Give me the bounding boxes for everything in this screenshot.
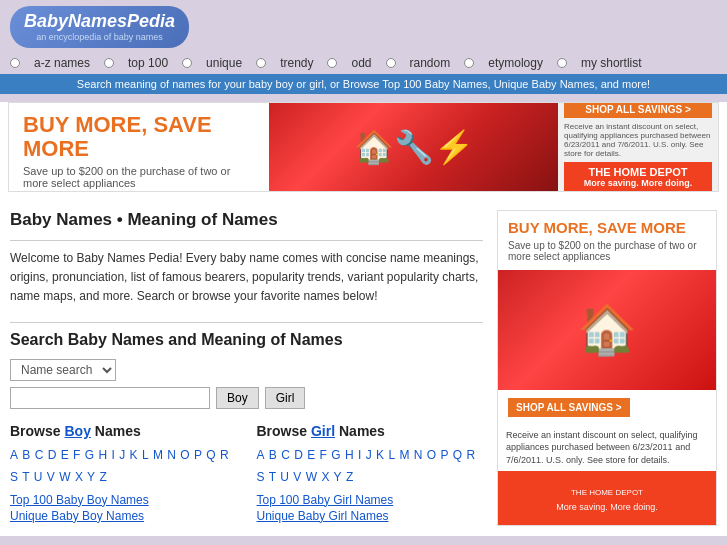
girl-alpha-L[interactable]: L [388, 448, 395, 462]
girl-alpha-T[interactable]: T [269, 470, 276, 484]
girl-alpha-A[interactable]: A [257, 448, 265, 462]
girl-alpha-B[interactable]: B [269, 448, 277, 462]
divider-2 [10, 322, 483, 323]
girl-alpha-V[interactable]: V [293, 470, 301, 484]
ad-right-shop-button[interactable]: SHOP ALL SAVINGS > [508, 398, 630, 417]
boy-alpha-Q[interactable]: Q [206, 448, 215, 462]
nav-item-top100[interactable]: top 100 [128, 56, 168, 70]
girl-alpha-I[interactable]: I [358, 448, 361, 462]
boy-alpha-V[interactable]: V [47, 470, 55, 484]
logo-subtitle: an encyclopedia of baby names [24, 32, 175, 42]
boy-alpha-N[interactable]: N [167, 448, 176, 462]
girl-alphabet-row: A B C D E F G H I J K L M N O P Q R S T … [257, 445, 484, 488]
girl-alpha-R[interactable]: R [467, 448, 476, 462]
ad-homedepot-logo: THE HOME DEPOT More saving. More doing. [564, 162, 712, 192]
browse-girl-link-heading[interactable]: Girl [311, 423, 335, 439]
nav-radio-az [10, 58, 20, 68]
boy-button[interactable]: Boy [216, 387, 259, 409]
search-type-select[interactable]: Name search [10, 359, 116, 381]
boy-alpha-K[interactable]: K [130, 448, 138, 462]
girl-alpha-N[interactable]: N [414, 448, 423, 462]
nav-item-random[interactable]: random [410, 56, 451, 70]
girl-alpha-P[interactable]: P [440, 448, 448, 462]
girl-alpha-Q[interactable]: Q [453, 448, 462, 462]
logo-title: BabyNamesPedia [24, 12, 175, 32]
girl-alpha-G[interactable]: G [331, 448, 340, 462]
girl-alpha-D[interactable]: D [294, 448, 303, 462]
browse-section: Browse Boy Names A B C D E F G H I J K L… [10, 423, 483, 524]
boy-alpha-H[interactable]: H [98, 448, 107, 462]
nav-radio-random [386, 58, 396, 68]
nav-item-az[interactable]: a-z names [34, 56, 90, 70]
girl-alpha-F[interactable]: F [320, 448, 327, 462]
girl-button[interactable]: Girl [265, 387, 306, 409]
ad-top-right: SHOP ALL SAVINGS > Receive an instant di… [558, 103, 718, 191]
boy-alpha-S[interactable]: S [10, 470, 18, 484]
boy-alpha-I[interactable]: I [112, 448, 115, 462]
boy-alpha-O[interactable]: O [180, 448, 189, 462]
boy-alpha-P[interactable]: P [194, 448, 202, 462]
girl-alpha-E[interactable]: E [307, 448, 315, 462]
girl-alpha-Z[interactable]: Z [346, 470, 353, 484]
ad-shop-button[interactable]: SHOP ALL SAVINGS > [564, 102, 712, 119]
divider-1 [10, 240, 483, 241]
girl-alpha-M[interactable]: M [399, 448, 409, 462]
boy-alpha-Z[interactable]: Z [99, 470, 106, 484]
girl-alpha-K[interactable]: K [376, 448, 384, 462]
boy-alpha-X[interactable]: X [75, 470, 83, 484]
girl-alpha-J[interactable]: J [366, 448, 372, 462]
nav-radio-unique [182, 58, 192, 68]
boy-browse-links: Top 100 Baby Boy NamesUnique Baby Boy Na… [10, 493, 237, 523]
browse-girl-col: Browse Girl Names A B C D E F G H I J K … [257, 423, 484, 524]
nav-item-trendy[interactable]: trendy [280, 56, 313, 70]
nav-item-etymology[interactable]: etymology [488, 56, 543, 70]
girl-browse-links: Top 100 Baby Girl NamesUnique Baby Girl … [257, 493, 484, 523]
nav-radio-etymology [464, 58, 474, 68]
boy-alpha-W[interactable]: W [59, 470, 70, 484]
nav-item-shortlist[interactable]: my shortlist [581, 56, 642, 70]
browse-boy-link-heading[interactable]: Boy [64, 423, 90, 439]
ad-top-left: BUY MORE, SAVE MORE Save up to $200 on t… [9, 103, 269, 191]
boy-alpha-G[interactable]: G [85, 448, 94, 462]
ad-top-image: 🏠🔧⚡ [269, 103, 558, 191]
girl-alpha-Y[interactable]: Y [334, 470, 342, 484]
girl-alpha-C[interactable]: C [281, 448, 290, 462]
girl-alpha-H[interactable]: H [345, 448, 354, 462]
boy-alpha-D[interactable]: D [48, 448, 57, 462]
ad-right-title: BUY MORE, SAVE MORE [508, 219, 706, 237]
boy-browse-link[interactable]: Top 100 Baby Boy Names [10, 493, 237, 507]
banner-bar: Search meaning of names for your baby bo… [0, 74, 727, 94]
boy-alpha-L[interactable]: L [142, 448, 149, 462]
boy-alpha-T[interactable]: T [22, 470, 29, 484]
ad-right-appliances: 🏠 [577, 302, 637, 358]
boy-alpha-M[interactable]: M [153, 448, 163, 462]
girl-alpha-X[interactable]: X [321, 470, 329, 484]
boy-alpha-F[interactable]: F [73, 448, 80, 462]
nav-radio-trendy [256, 58, 266, 68]
girl-alpha-O[interactable]: O [427, 448, 436, 462]
boy-alpha-C[interactable]: C [35, 448, 44, 462]
nav-radio-odd [327, 58, 337, 68]
ad-right-image: 🏠 [498, 270, 716, 390]
content-left: Baby Names • Meaning of Names Welcome to… [10, 210, 483, 526]
boy-alphabet-row: A B C D E F G H I J K L M N O P Q R S T … [10, 445, 237, 488]
boy-alpha-E[interactable]: E [61, 448, 69, 462]
boy-alpha-B[interactable]: B [22, 448, 30, 462]
nav-item-unique[interactable]: unique [206, 56, 242, 70]
boy-alpha-Y[interactable]: Y [87, 470, 95, 484]
logo[interactable]: BabyNamesPedia an encyclopedia of baby n… [10, 6, 189, 48]
girl-browse-link[interactable]: Top 100 Baby Girl Names [257, 493, 484, 507]
search-input[interactable] [10, 387, 210, 409]
boy-alpha-J[interactable]: J [119, 448, 125, 462]
girl-alpha-W[interactable]: W [306, 470, 317, 484]
nav-item-odd[interactable]: odd [351, 56, 371, 70]
boy-alpha-A[interactable]: A [10, 448, 18, 462]
girl-browse-link[interactable]: Unique Baby Girl Names [257, 509, 484, 523]
boy-alpha-R[interactable]: R [220, 448, 229, 462]
boy-browse-link[interactable]: Unique Baby Boy Names [10, 509, 237, 523]
girl-alpha-U[interactable]: U [280, 470, 289, 484]
search-dropdown-row: Name search [10, 359, 483, 381]
girl-alpha-S[interactable]: S [257, 470, 265, 484]
content-area: Baby Names • Meaning of Names Welcome to… [0, 200, 727, 536]
boy-alpha-U[interactable]: U [34, 470, 43, 484]
